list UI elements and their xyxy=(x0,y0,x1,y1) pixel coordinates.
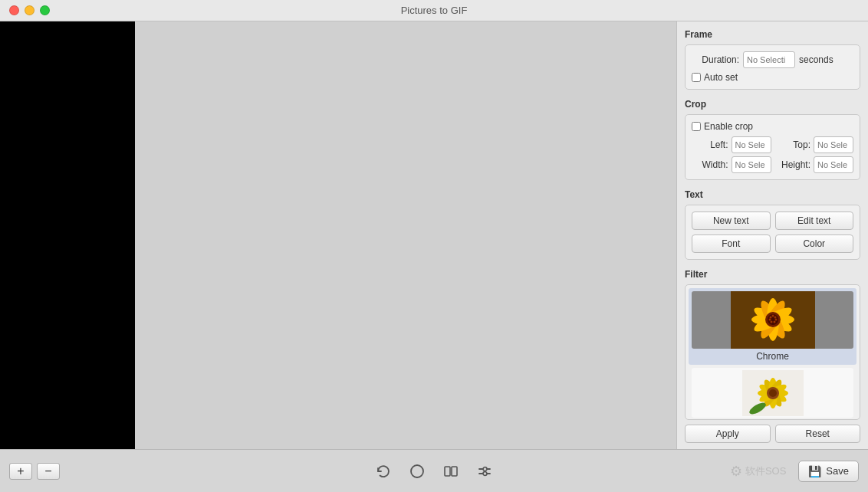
filter-section-title: Filter xyxy=(685,269,860,280)
width-field-row: Width: xyxy=(692,156,771,173)
height-field-row: Height: xyxy=(774,156,854,173)
minimize-button[interactable] xyxy=(25,5,35,15)
bottom-bar: + − xyxy=(0,449,868,492)
new-text-button[interactable]: New text xyxy=(692,212,771,230)
height-input[interactable] xyxy=(814,156,853,173)
svg-point-24 xyxy=(769,389,777,397)
color-button[interactable]: Color xyxy=(775,235,854,253)
reset-button[interactable]: Reset xyxy=(775,425,861,443)
crop-section: Crop Enable crop Left: Top: xyxy=(685,99,860,180)
frame-section: Frame Duration: seconds Auto set xyxy=(685,29,860,90)
height-label: Height: xyxy=(781,159,810,170)
svg-point-11 xyxy=(774,317,776,319)
preview-panel xyxy=(0,21,135,449)
apply-button[interactable]: Apply xyxy=(685,425,771,443)
crop-section-title: Crop xyxy=(685,99,860,110)
left-input[interactable] xyxy=(732,136,771,153)
save-label: Save xyxy=(826,465,849,477)
filter-list: Chrome xyxy=(685,284,860,420)
window-title: Pictures to GIF xyxy=(401,5,468,16)
duration-row: Duration: seconds xyxy=(692,51,853,68)
svg-point-14 xyxy=(770,321,772,323)
text-section-title: Text xyxy=(685,189,860,200)
refresh-icon[interactable] xyxy=(374,462,393,481)
left-field-row: Left: xyxy=(692,136,771,153)
svg-point-10 xyxy=(771,315,774,317)
filter-thumbnail-chrome xyxy=(692,291,853,349)
save-button[interactable]: 💾 Save xyxy=(798,461,859,482)
sidebar: Frame Duration: seconds Auto set Crop E xyxy=(676,21,868,449)
filter-actions: Apply Reset xyxy=(685,425,860,443)
columns-icon[interactable] xyxy=(442,462,460,481)
watermark-icon: ⚙ xyxy=(730,463,742,480)
svg-point-9 xyxy=(769,317,771,319)
watermark: ⚙ 软件SOS xyxy=(730,463,786,480)
text-buttons-grid: New text Edit text Font Color xyxy=(692,212,853,253)
adjust-icon[interactable] xyxy=(475,462,494,481)
left-label: Left: xyxy=(710,139,728,150)
remove-frame-button[interactable]: − xyxy=(37,463,60,480)
enable-crop-label: Enable crop xyxy=(704,121,753,132)
traffic-lights xyxy=(9,5,50,15)
title-bar: Pictures to GIF xyxy=(0,0,868,21)
edit-text-button[interactable]: Edit text xyxy=(775,212,854,230)
add-frame-button[interactable]: + xyxy=(9,463,32,480)
width-input[interactable] xyxy=(732,156,771,173)
canvas-area xyxy=(0,21,676,449)
play-icon[interactable] xyxy=(408,462,426,481)
save-icon: 💾 xyxy=(808,465,821,477)
seconds-label: seconds xyxy=(799,54,833,65)
auto-set-label: Auto set xyxy=(704,72,738,83)
bottom-right-controls: ⚙ 软件SOS 💾 Save xyxy=(730,461,859,482)
font-button[interactable]: Font xyxy=(692,235,771,253)
svg-rect-31 xyxy=(483,467,487,471)
svg-point-13 xyxy=(773,321,775,323)
svg-point-12 xyxy=(774,319,777,321)
text-section: Text New text Edit text Font Color xyxy=(685,189,860,260)
duration-label: Duration: xyxy=(692,54,739,65)
svg-rect-28 xyxy=(452,467,457,476)
frame-section-box: Duration: seconds Auto set xyxy=(685,44,860,90)
auto-set-checkbox[interactable] xyxy=(692,73,701,82)
auto-set-row: Auto set xyxy=(692,72,853,83)
svg-rect-27 xyxy=(445,467,450,476)
bottom-center-controls xyxy=(374,462,494,481)
frame-section-title: Frame xyxy=(685,29,860,40)
top-input[interactable] xyxy=(814,136,853,153)
bottom-left-controls: + − xyxy=(9,463,60,480)
main-area: Frame Duration: seconds Auto set Crop E xyxy=(0,21,868,449)
text-section-box: New text Edit text Font Color xyxy=(685,205,860,260)
crop-section-box: Enable crop Left: Top: Width: xyxy=(685,114,860,180)
filter-item-normal[interactable] xyxy=(689,365,856,419)
filter-thumbnail-normal xyxy=(692,368,853,418)
enable-crop-checkbox[interactable] xyxy=(692,122,701,131)
enable-crop-row: Enable crop xyxy=(692,121,853,132)
filter-item-chrome[interactable]: Chrome xyxy=(689,288,856,365)
maximize-button[interactable] xyxy=(40,5,50,15)
duration-input[interactable] xyxy=(743,51,795,68)
top-label: Top: xyxy=(793,139,810,150)
svg-point-26 xyxy=(411,465,423,477)
svg-point-15 xyxy=(768,319,771,321)
top-field-row: Top: xyxy=(774,136,854,153)
svg-rect-32 xyxy=(483,471,487,475)
width-label: Width: xyxy=(702,159,728,170)
filter-section: Filter xyxy=(685,269,860,443)
watermark-label: 软件SOS xyxy=(745,464,786,478)
crop-fields: Left: Top: Width: Height: xyxy=(692,136,853,173)
filter-scrollarea[interactable]: Chrome xyxy=(686,285,860,419)
filter-chrome-label: Chrome xyxy=(692,351,853,362)
close-button[interactable] xyxy=(9,5,19,15)
